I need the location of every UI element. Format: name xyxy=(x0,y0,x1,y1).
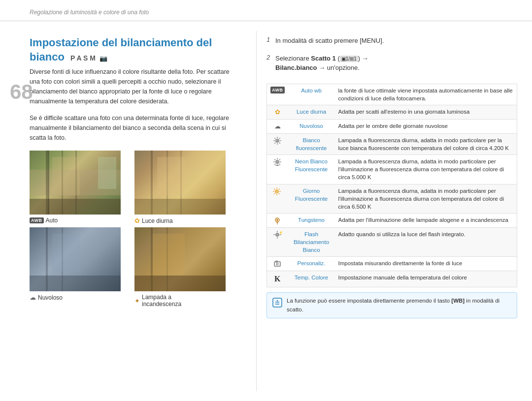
image-cell-nuvoloso: ☁ Nuvoloso xyxy=(30,227,132,308)
svg-line-30 xyxy=(274,193,275,194)
table-cell-desc: Lampada a fluorescenza diurna, adatta in… xyxy=(335,155,517,184)
table-row: AWB Auto wb la fonte di luce ottimale vi… xyxy=(267,84,517,105)
table-cell-desc: Impostata misurando direttamente la font… xyxy=(335,257,517,271)
table-cell-name: Temp. Colore xyxy=(288,271,335,287)
photo-auto xyxy=(30,151,121,215)
svg-point-19 xyxy=(277,161,278,163)
table-cell-name: Nuvoloso xyxy=(288,119,335,133)
svg-point-32 xyxy=(276,219,278,221)
table-row: Tungsteno Adatta per l'illuminazione del… xyxy=(267,213,517,227)
table-cell-name: Neon Bianco Fluorescente xyxy=(288,155,335,184)
table-cell-desc: Adatta per scatti all'esterno in una gio… xyxy=(335,105,517,119)
table-row: Personaliz. Impostata misurando direttam… xyxy=(267,257,517,271)
table-row: K Temp. Colore Impostazione manuale dell… xyxy=(267,271,517,287)
image-cell-auto: AWB Auto xyxy=(30,151,132,224)
table-row: ☁ Nuvoloso Adatta per le ombre delle gio… xyxy=(267,119,517,133)
tungsten-table-icon xyxy=(270,216,285,225)
lamp-icon-caption: ✦ xyxy=(134,297,140,305)
table-cell-icon: ✿ xyxy=(267,105,288,119)
table-cell-name: Flash Bilanciamento Bianco xyxy=(288,227,335,256)
note-box: La funzione può essere impostata diretta… xyxy=(266,292,517,318)
image-cell-luce: ✿ Luce diurna xyxy=(134,151,236,224)
flash-table-icon: ⚡ xyxy=(270,230,285,239)
table-cell-icon xyxy=(267,134,288,155)
table-cell-desc: Lampada a fluorescenza diurna, adatta in… xyxy=(335,184,517,213)
image-grid: AWB Auto ✿ Luce diurna xyxy=(30,151,236,308)
table-cell-icon xyxy=(267,257,288,271)
svg-line-7 xyxy=(279,138,280,139)
cloud-table-icon: ☁ xyxy=(270,122,285,131)
photo-lampada xyxy=(134,227,226,291)
table-cell-icon: ⚡ xyxy=(267,227,288,256)
svg-point-22 xyxy=(276,190,278,192)
step-2-row: 2 Selezionare Scatto 1 (▣1/⊞1) → Bilanc.… xyxy=(266,54,517,77)
table-row: Giorno Fluorescente Lampada a fluorescen… xyxy=(267,184,517,213)
table-row: ⚡ Flash Bilanciamento Bianco Adatto quan… xyxy=(267,227,517,256)
table-cell-icon xyxy=(267,155,288,184)
step-2-text: Selezionare Scatto 1 (▣1/⊞1) → Bilanc.bi… xyxy=(275,54,368,73)
left-panel: 68 Impostazione del bilanciamento del bi… xyxy=(0,21,256,401)
table-cell-desc: Impostazione manuale della temperatura d… xyxy=(335,271,517,287)
sun-table-icon: ✿ xyxy=(270,108,285,117)
svg-point-44 xyxy=(276,263,278,265)
svg-line-27 xyxy=(274,188,275,189)
svg-line-28 xyxy=(279,193,280,194)
table-row: Neon Bianco Fluorescente Lampada a fluor… xyxy=(267,155,517,184)
body-text-2: Se è difficile scattare una foto con una… xyxy=(30,113,236,143)
table-row: Bianco fluorescente Lampada a fluorescen… xyxy=(267,134,517,155)
page-number: 68 xyxy=(10,80,33,104)
caption-lampada: ✦ Lampada aincandescenza xyxy=(134,294,236,308)
table-cell-desc: Adatto quando si utilizza la luce del fl… xyxy=(335,227,517,256)
cloud-icon-caption: ☁ xyxy=(30,294,36,301)
table-row: ✿ Luce diurna Adatta per scatti all'este… xyxy=(267,105,517,119)
sun-icon-caption: ✿ xyxy=(134,217,140,224)
table-cell-icon: ☁ xyxy=(267,119,288,133)
wb-options-table: AWB Auto wb la fonte di luce ottimale vi… xyxy=(266,84,517,288)
svg-line-29 xyxy=(279,188,280,189)
svg-line-18 xyxy=(274,164,275,165)
svg-line-6 xyxy=(279,143,280,144)
caption-nuvoloso: ☁ Nuvoloso xyxy=(30,294,132,301)
table-cell-name: Bianco fluorescente xyxy=(288,134,335,155)
image-cell-lampada: ✦ Lampada aincandescenza xyxy=(134,227,236,308)
table-cell-desc: la fonte di luce ottimale viene impostat… xyxy=(335,84,517,105)
svg-line-16 xyxy=(279,164,280,165)
kelvin-table-icon: K xyxy=(270,274,285,284)
svg-line-5 xyxy=(274,138,275,139)
note-text: La funzione può essere impostata diretta… xyxy=(287,297,512,314)
svg-line-17 xyxy=(279,159,280,160)
table-cell-icon: AWB xyxy=(267,84,288,105)
body-text-1: Diverse fonti di luce influenzano il col… xyxy=(30,67,236,106)
table-cell-name: Tungsteno xyxy=(288,213,335,227)
main-content: 68 Impostazione del bilanciamento del bi… xyxy=(0,21,532,401)
table-cell-desc: Adatta per l'illuminazione delle lampade… xyxy=(335,213,517,227)
table-cell-icon xyxy=(267,213,288,227)
breadcrumb: Regolazione di luminosità e colore di un… xyxy=(0,0,532,21)
fluor3-table-icon xyxy=(270,187,285,196)
breadcrumb-text: Regolazione di luminosità e colore di un… xyxy=(30,9,149,16)
section-title: Impostazione del bilanciamento del bianc… xyxy=(30,36,236,64)
photo-nuvoloso xyxy=(30,227,121,291)
fluor-table-icon xyxy=(270,136,285,145)
awb-icon: AWB xyxy=(30,217,44,223)
table-cell-icon: K xyxy=(267,271,288,287)
right-panel: 1 In modalità di scatto premere [MENU]. … xyxy=(257,21,532,401)
svg-line-8 xyxy=(274,143,275,144)
svg-point-49 xyxy=(277,300,278,301)
svg-rect-46 xyxy=(273,298,282,307)
page-container: Regolazione di luminosità e colore di un… xyxy=(0,0,532,401)
table-cell-name: Luce diurna xyxy=(288,105,335,119)
table-cell-name: Personaliz. xyxy=(288,257,335,271)
svg-text:⚡: ⚡ xyxy=(279,230,282,235)
svg-line-15 xyxy=(274,159,275,160)
fluor2-table-icon xyxy=(270,157,285,166)
awb-table-icon: AWB xyxy=(270,87,285,94)
photo-luce xyxy=(134,151,226,215)
custom-table-icon xyxy=(270,259,285,268)
note-icon xyxy=(272,297,283,310)
svg-point-37 xyxy=(277,234,278,235)
table-cell-desc: Adatta per le ombre delle giornate nuvol… xyxy=(335,119,517,133)
table-cell-icon xyxy=(267,184,288,213)
step-1-text: In modalità di scatto premere [MENU]. xyxy=(275,36,384,46)
step-1-row: 1 In modalità di scatto premere [MENU]. xyxy=(266,36,517,50)
